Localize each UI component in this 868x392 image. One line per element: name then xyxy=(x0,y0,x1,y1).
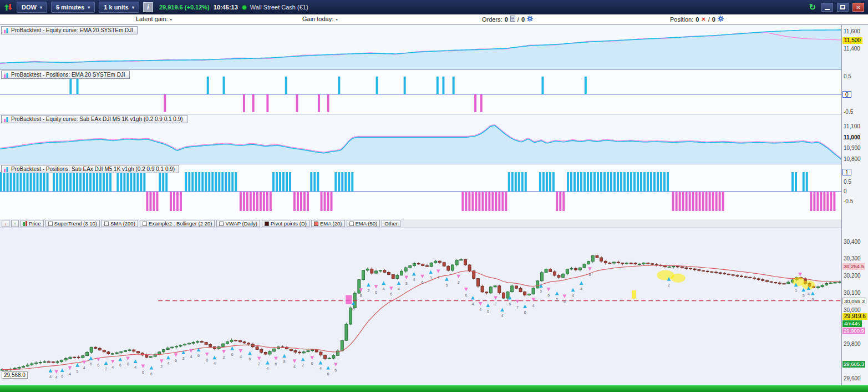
last-price-value: 29,919.6 xyxy=(159,4,183,11)
panel-title-equity-curve-2[interactable]: ProBacktest - Equity curve: Sab EAx DJI … xyxy=(1,115,187,123)
svg-text:2: 2 xyxy=(668,283,670,287)
color-swatch-icon xyxy=(314,222,318,226)
svg-text:3: 3 xyxy=(430,276,432,280)
latent-gain-value: - xyxy=(170,16,172,22)
svg-text:6: 6 xyxy=(390,292,392,296)
maximize-button[interactable] xyxy=(837,3,849,12)
axis-tick: 10,800 xyxy=(842,156,861,163)
connection-status-bar xyxy=(0,385,868,392)
svg-text:6: 6 xyxy=(119,363,121,367)
slash-separator: / xyxy=(708,16,710,23)
panel-title-equity-curve-1[interactable]: ProBacktest - Equity curve: EMA 20 SYSTE… xyxy=(1,26,138,34)
position-label: Position: xyxy=(670,16,693,23)
svg-text:6: 6 xyxy=(150,372,153,376)
market-name: Wall Street Cash (€1) xyxy=(242,4,308,11)
axis-tick: 11,500 xyxy=(842,37,862,44)
legend-label: VWAP (Daily) xyxy=(225,220,257,227)
axis-tick: 0.5 xyxy=(842,73,851,80)
checkbox-icon[interactable] xyxy=(349,222,354,226)
chart-legend-toolbar: ↓ ↑ PriceSuperTrend (3 10)SMA (200)Examp… xyxy=(0,219,841,228)
panel-divider[interactable] xyxy=(0,114,868,114)
svg-text:6: 6 xyxy=(375,290,377,294)
legend-other[interactable]: Other xyxy=(382,220,400,227)
last-price-label: 29,919.6 xyxy=(842,313,867,320)
price-candlestick-chart[interactable]: 4464546624684662462468426462468426466682… xyxy=(0,228,841,385)
legend-sma-200[interactable]: SMA (200) xyxy=(101,220,138,227)
legend-label: SMA (200) xyxy=(110,220,135,227)
candle-countdown-label: 4m44s xyxy=(842,320,862,327)
backtest-panel-icon xyxy=(3,117,9,122)
pivot-level-label: 30,254.5 xyxy=(842,263,865,270)
checkbox-icon[interactable] xyxy=(104,222,109,226)
top-toolbar: DOW ▾ 5 minutes ▾ 1 k units ▾ i 29,919.6… xyxy=(0,0,868,14)
backtest-panel-icon xyxy=(3,167,9,172)
svg-text:4: 4 xyxy=(83,366,85,370)
legend-ema-50[interactable]: EMA (50) xyxy=(347,220,380,227)
svg-text:6: 6 xyxy=(197,354,200,358)
pivot-level-label: 30,055.3 xyxy=(842,298,866,304)
price-axis[interactable]: 11,60011,50011,4000.50-0.511,10011,00010… xyxy=(841,25,868,385)
legend-supertrend-3-10[interactable]: SuperTrend (3 10) xyxy=(45,220,100,227)
svg-text:4: 4 xyxy=(55,375,58,379)
sell-arrow-button[interactable]: ↓ xyxy=(2,220,9,227)
svg-text:2: 2 xyxy=(540,290,542,294)
legend-label: EMA (50) xyxy=(356,220,378,227)
panel-title-positions-2[interactable]: ProBacktest - Positions: Sab EAx DJI M5 … xyxy=(1,165,179,173)
quote-time: 10:45:13 xyxy=(214,4,238,11)
checkbox-icon[interactable] xyxy=(48,222,53,226)
chevron-down-icon: ▾ xyxy=(132,5,134,10)
close-position-icon[interactable]: ✕ xyxy=(701,16,705,22)
svg-text:4: 4 xyxy=(134,365,136,369)
axis-tick: 10,900 xyxy=(842,145,861,152)
svg-text:6: 6 xyxy=(509,302,511,306)
info-icon[interactable]: i xyxy=(143,2,153,12)
svg-text:6: 6 xyxy=(175,359,177,363)
buy-sell-arrows-icon[interactable] xyxy=(4,3,13,11)
svg-text:4: 4 xyxy=(383,287,385,291)
minimize-button[interactable] xyxy=(821,3,833,12)
svg-text:4: 4 xyxy=(167,361,169,365)
legend-example2-bollinger-2-20[interactable]: Example2 : Bollinger (2 20) xyxy=(140,220,215,227)
legend-price[interactable]: Price xyxy=(21,220,44,227)
checkbox-icon[interactable] xyxy=(143,222,147,226)
panel-title-positions-1[interactable]: ProBacktest - Positions: EMA 20 SYSTEm D… xyxy=(1,71,130,79)
svg-text:2: 2 xyxy=(495,302,497,306)
timeframe-selector[interactable]: 5 minutes ▾ xyxy=(51,2,95,13)
legend-vwap-daily[interactable]: VWAP (Daily) xyxy=(216,220,260,227)
svg-text:6: 6 xyxy=(311,361,313,365)
position-settings-gear-icon[interactable] xyxy=(718,16,724,23)
svg-text:6: 6 xyxy=(275,362,277,366)
svg-text:6: 6 xyxy=(90,362,92,366)
checkbox-icon[interactable] xyxy=(219,222,224,226)
instrument-selector[interactable]: DOW ▾ xyxy=(17,2,47,13)
svg-text:4: 4 xyxy=(240,355,242,359)
svg-text:8: 8 xyxy=(283,360,286,364)
svg-text:6: 6 xyxy=(61,374,63,378)
svg-text:6: 6 xyxy=(327,372,329,376)
svg-text:4: 4 xyxy=(572,294,574,298)
orders-list-icon[interactable] xyxy=(510,16,515,23)
axis-tick: 30,400 xyxy=(842,239,861,245)
buy-arrow-button[interactable]: ↑ xyxy=(11,220,19,227)
legend-label: Pivot points (D) xyxy=(271,220,307,227)
axis-tick: 11,400 xyxy=(842,46,860,52)
panel-divider[interactable] xyxy=(0,69,868,70)
svg-text:6: 6 xyxy=(524,310,526,314)
axis-tick: 30,100 xyxy=(842,290,861,296)
close-button[interactable]: ✕ xyxy=(852,3,864,12)
svg-text:2: 2 xyxy=(302,363,304,367)
panel-divider[interactable] xyxy=(0,164,868,164)
orders-settings-gear-icon[interactable] xyxy=(527,16,533,23)
svg-text:4: 4 xyxy=(532,304,535,308)
refresh-icon[interactable]: ↻ xyxy=(809,2,816,12)
legend-pivot-points-d[interactable]: Pivot points (D) xyxy=(262,220,309,227)
orders-status: Orders: 0 / 0 xyxy=(482,16,533,23)
position-status: Position: 0 ✕ / 0 xyxy=(670,16,724,23)
svg-text:6: 6 xyxy=(547,293,550,297)
legend-ema-20[interactable]: EMA (20) xyxy=(311,220,345,227)
svg-text:4: 4 xyxy=(472,302,474,306)
svg-text:4: 4 xyxy=(580,287,582,291)
orders-count: 0 xyxy=(505,16,508,23)
svg-text:4: 4 xyxy=(190,355,192,359)
units-selector[interactable]: 1 k units ▾ xyxy=(99,2,139,13)
